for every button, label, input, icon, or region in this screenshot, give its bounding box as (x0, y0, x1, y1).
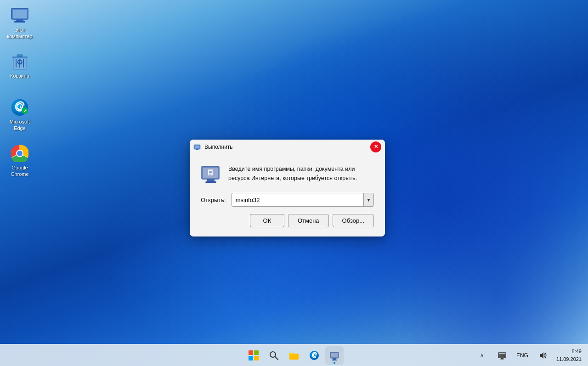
svg-point-32 (270, 352, 276, 357)
run-dialog-buttons: ОК Отмена Обзор... (190, 214, 385, 236)
clock-date: 11.09.2021 (556, 355, 582, 363)
desktop-icon-recycle[interactable]: ♻ Корзина (4, 51, 36, 81)
svg-rect-22 (195, 146, 199, 148)
run-dialog-icon (193, 143, 201, 151)
chrome-icon-label: Google Chrome (6, 164, 34, 178)
taskbar-right: ∧ ENG (473, 346, 584, 365)
svg-text:♻: ♻ (17, 58, 23, 66)
speaker-icon (538, 351, 547, 360)
edge-taskbar-icon (309, 350, 319, 360)
run-dialog-close-button[interactable]: ✕ (370, 141, 381, 152)
taskbar-run-button[interactable] (325, 346, 344, 365)
network-icon[interactable] (493, 346, 511, 365)
svg-rect-1 (13, 10, 27, 18)
run-dialog-dropdown-button[interactable]: ▼ (363, 193, 373, 206)
svg-rect-23 (196, 149, 198, 150)
desktop-icon-computer[interactable]: Этот компьютер (4, 5, 36, 42)
desktop-icon-chrome[interactable]: Google Chrome (4, 142, 36, 180)
svg-marker-46 (540, 352, 543, 359)
chrome-icon (11, 144, 29, 163)
clock-time: 8:49 (572, 348, 582, 355)
svg-rect-44 (501, 358, 503, 359)
win-logo-quad-4 (254, 356, 259, 360)
run-dialog-prog-icon (201, 163, 221, 184)
svg-rect-35 (289, 353, 294, 355)
run-dialog-open-label: Открыть: (201, 197, 226, 203)
chevron-up-icon: ∧ (478, 351, 486, 359)
recycle-bin-icon: ♻ (11, 52, 29, 71)
win-logo-quad-1 (249, 350, 253, 355)
taskbar-edge-button[interactable] (305, 346, 323, 365)
windows-logo-icon (249, 350, 259, 360)
win-logo-quad-2 (254, 350, 259, 355)
recycle-bin-label: Корзина (10, 73, 29, 79)
computer-icon-label: Этот компьютер (6, 27, 34, 40)
svg-line-33 (275, 357, 278, 360)
computer-icon (11, 6, 29, 25)
edge-icon: ↗ (11, 98, 29, 117)
search-icon (269, 351, 278, 360)
language-text: ENG (516, 352, 528, 359)
svg-rect-43 (499, 354, 505, 357)
volume-icon[interactable] (533, 346, 552, 365)
svg-rect-45 (500, 359, 504, 360)
taskbar-search-button[interactable] (265, 346, 283, 365)
system-tray-expand-button[interactable]: ∧ (473, 346, 491, 365)
language-indicator[interactable]: ENG (513, 346, 531, 365)
run-dialog-input-wrapper: ▼ (232, 193, 374, 207)
taskbar-file-explorer-button[interactable] (285, 346, 303, 365)
svg-rect-41 (332, 360, 337, 360)
svg-rect-40 (333, 358, 336, 360)
svg-rect-36 (290, 355, 298, 359)
run-dialog-title: Выполнить (204, 144, 367, 150)
svg-rect-39 (331, 353, 338, 357)
svg-rect-6 (17, 55, 23, 56)
run-dialog-titlebar: Выполнить ✕ (190, 140, 385, 154)
system-clock[interactable]: 8:49 11.09.2021 (554, 347, 584, 364)
run-dialog-ok-button[interactable]: ОК (250, 214, 284, 227)
win-logo-quad-3 (249, 356, 253, 360)
svg-point-20 (17, 151, 23, 156)
network-status-icon (498, 351, 506, 360)
run-dialog: Выполнить ✕ (190, 140, 385, 236)
svg-rect-2 (16, 19, 23, 21)
run-dialog-body: Введите имя программы, папки, документа … (190, 154, 385, 193)
run-dialog-description: Введите имя программы, папки, документа … (228, 163, 374, 183)
run-taskbar-icon (329, 350, 339, 360)
svg-rect-3 (14, 21, 25, 23)
file-explorer-icon (289, 351, 299, 360)
svg-rect-26 (207, 179, 215, 181)
desktop: Этот компьютер ♻ Корзина (0, 0, 588, 366)
taskbar: ∧ ENG (0, 344, 588, 366)
run-dialog-input-row: Открыть: ▼ (190, 193, 385, 214)
taskbar-center (244, 346, 344, 365)
taskbar-start-button[interactable] (244, 346, 263, 365)
svg-rect-27 (205, 181, 216, 183)
run-dialog-cancel-button[interactable]: Отмена (288, 214, 329, 227)
run-dialog-input[interactable] (232, 195, 363, 205)
desktop-icon-edge[interactable]: ↗ Microsoft Edge (4, 96, 36, 134)
edge-icon-label: Microsoft Edge (6, 118, 34, 132)
run-dialog-browse-button[interactable]: Обзор... (333, 214, 374, 227)
svg-text:↗: ↗ (23, 108, 27, 113)
